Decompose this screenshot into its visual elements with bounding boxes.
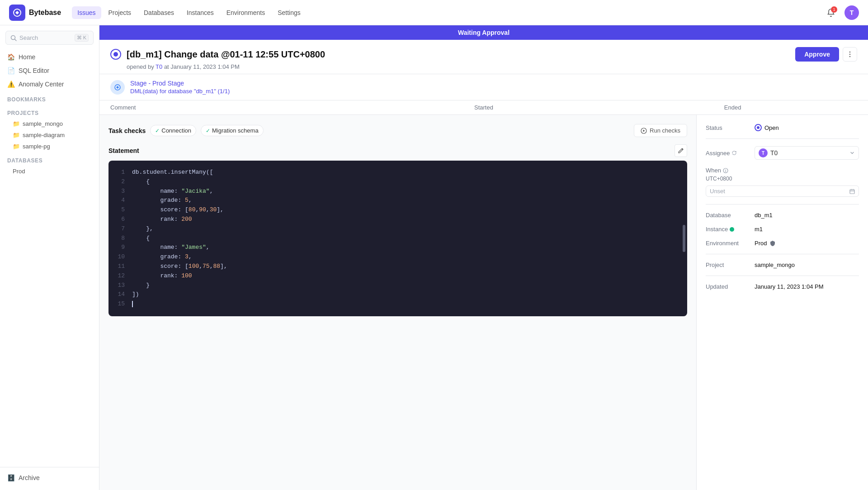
updated-label: Updated [706,283,751,290]
logo-icon [9,5,25,21]
code-block: 1 db.student.insertMany([ 2 { 3 name: "J… [108,161,687,316]
bookmarks-section-label: Bookmarks [0,93,99,105]
edit-icon [678,147,684,154]
check-connection-icon: ✓ [155,128,160,134]
notification-bell[interactable]: 1 [823,5,839,21]
environment-label: Environment [706,240,751,247]
code-line-1: 1 db.student.insertMany([ [116,168,680,177]
assignee-avatar: T [759,148,768,157]
sidebar-item-label: Archive [19,474,40,481]
status-text: Open [764,124,779,131]
status-dot [755,124,762,131]
issue-opener-link[interactable]: T0 [156,63,162,70]
content-area: Waiting Approval [db_m1] Change data @01… [99,25,868,490]
status-open: Open [755,124,779,131]
ellipsis-icon [846,51,854,58]
statement-header: Statement [108,144,687,157]
detail-updated-row: Updated January 11, 2023 1:04 PM [706,283,859,290]
sidebar-project-sample-diagram[interactable]: 📁 sample-diagram [0,129,99,141]
detail-panel: Status Open Assignee [696,115,868,490]
project-icon: 📁 [13,120,20,127]
stage-sub-link[interactable]: DML(data) for database "db_m1" (1/1) [130,88,230,95]
nav-databases[interactable]: Databases [138,6,179,19]
stage-info: Stage - Prod Stage DML(data) for databas… [130,80,230,95]
sidebar-item-label: Anomaly Center [19,81,64,88]
sidebar-item-anomaly-center[interactable]: ⚠️ Anomaly Center [0,77,99,91]
statement-label: Statement [108,147,139,154]
assignee-label: Assignee [706,150,751,157]
sidebar-item-home[interactable]: 🏠 Home [0,50,99,64]
sidebar-bottom: 🗄️ Archive [0,467,99,485]
nav-settings[interactable]: Settings [272,6,306,19]
play-icon [641,128,647,134]
when-input[interactable]: Unset [706,186,859,197]
search-section: Search ⌘ K [5,31,94,45]
panel-layout: Task checks ✓ Connection ✓ Migration sch… [99,115,868,490]
info-icon [723,168,728,173]
code-line-9: 9 name: "James", [116,243,680,252]
search-input[interactable]: Search ⌘ K [5,31,94,45]
project-label: Project [706,262,751,268]
detail-database-row: Database db_m1 [706,212,859,219]
check-migration-schema: ✓ Migration schema [201,125,264,136]
logo[interactable]: Bytebase [9,5,61,21]
assignee-select[interactable]: T T0 [755,146,859,160]
user-avatar[interactable]: T [844,5,859,20]
edit-statement-button[interactable] [675,144,687,157]
nav-projects[interactable]: Projects [103,6,137,19]
nav-issues[interactable]: Issues [72,6,101,19]
code-line-5: 5 score: [80,90,30], [116,205,680,215]
project-icon: 📁 [13,132,20,138]
topnav: Bytebase Issues Projects Databases Insta… [0,0,868,25]
detail-project-row: Project sample_mongo [706,262,859,268]
svg-point-2 [849,52,850,52]
archive-icon: 🗄️ [7,474,15,481]
code-line-13: 13 } [116,281,680,290]
check-migration-label: Migration schema [212,127,259,134]
app-name: Bytebase [29,9,61,17]
svg-rect-9 [850,190,854,194]
task-checks-label: Task checks [108,127,146,134]
svg-point-4 [849,56,850,57]
comment-table-header: Comment Started Ended [99,100,868,115]
run-checks-label: Run checks [650,127,680,134]
sidebar-project-sample-mongo[interactable]: 📁 sample_mongo [0,118,99,129]
chevron-down-icon [849,150,855,156]
main-nav: Issues Projects Databases Instances Envi… [72,9,306,16]
sidebar-item-archive[interactable]: 🗄️ Archive [0,471,99,485]
instance-dot [730,227,734,232]
sidebar-db-prod[interactable]: Prod [0,166,99,177]
detail-when-row: When UTC+0800 Unset [706,167,859,197]
nav-environments[interactable]: Environments [221,6,271,19]
check-connection-label: Connection [161,127,191,134]
when-placeholder: Unset [710,188,725,195]
sidebar-project-sample-pg[interactable]: 📁 sample-pg [0,141,99,152]
col-comment: Comment [110,104,359,111]
check-migration-icon: ✓ [206,128,210,134]
issue-title: [db_m1] Change data @01-11 12:55 UTC+080… [127,49,325,60]
code-line-15: 15 [116,300,680,309]
when-label: When [706,167,721,174]
code-line-4: 4 grade: 5, [116,196,680,205]
assignee-value: T0 [770,149,778,157]
environment-value: Prod [755,240,859,247]
home-icon: 🏠 [7,53,15,61]
more-options-button[interactable] [843,47,857,62]
run-checks-button[interactable]: Run checks [634,124,687,137]
issue-status-icon [110,49,121,60]
detail-divider-1 [706,138,859,139]
nav-instances[interactable]: Instances [181,6,219,19]
code-line-8: 8 { [116,234,680,243]
sidebar-item-sql-editor[interactable]: 📄 SQL Editor [0,64,99,77]
detail-status-row: Status Open [706,124,859,131]
check-connection: ✓ Connection [150,125,196,136]
code-line-7: 7 }, [116,224,680,234]
main-layout: Search ⌘ K 🏠 Home 📄 SQL Editor ⚠️ Anomal… [0,25,868,490]
projects-section-label: Projects [0,106,99,118]
stage-link[interactable]: Stage - Prod Stage [130,80,230,87]
code-line-2: 2 { [116,177,680,187]
code-scrollbar[interactable] [683,225,685,252]
sidebar-item-label: SQL Editor [19,67,49,74]
approve-button[interactable]: Approve [795,47,839,62]
detail-environment-row: Environment Prod [706,240,859,247]
